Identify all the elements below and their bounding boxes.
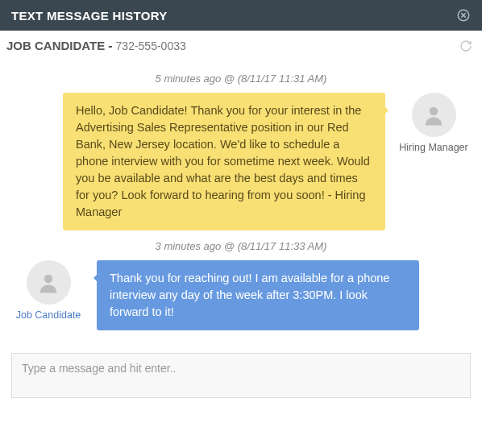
sender-name: Hiring Manager [399,142,467,153]
phone-number: 732-555-0033 [116,39,186,52]
timestamp: 5 minutes ago @ (8/11/17 11:31 AM) [11,73,471,85]
person: Hiring Manager [397,93,471,153]
subheader-left: JOB CANDIDATE - 732-555-0033 [6,39,186,53]
header-title: TEXT MESSAGE HISTORY [11,9,168,23]
close-icon[interactable] [456,8,471,23]
candidate-name: JOB CANDIDATE [6,39,105,52]
avatar-icon [27,260,71,305]
svg-point-3 [430,106,438,115]
message-input[interactable] [11,353,471,398]
subheader: JOB CANDIDATE - 732-555-0033 [0,31,482,58]
avatar-icon [412,93,456,137]
person: Job Candidate [11,260,85,321]
message-row: Job CandidateThank you for reaching out!… [11,260,471,330]
header-bar: TEXT MESSAGE HISTORY [0,0,482,31]
input-area [0,346,482,413]
timestamp: 3 minutes ago @ (8/11/17 11:33 AM) [11,240,471,252]
message-bubble: Hello, Job Candidate! Thank you for your… [63,93,385,230]
message-row: Hiring ManagerHello, Job Candidate! Than… [11,93,471,230]
dash: - [108,39,112,53]
refresh-icon[interactable] [459,39,472,52]
svg-point-4 [44,274,53,283]
message-bubble: Thank you for reaching out! I am availab… [97,260,419,330]
message-history: 5 minutes ago @ (8/11/17 11:31 AM)Hiring… [0,58,482,346]
sender-name[interactable]: Job Candidate [16,309,81,321]
